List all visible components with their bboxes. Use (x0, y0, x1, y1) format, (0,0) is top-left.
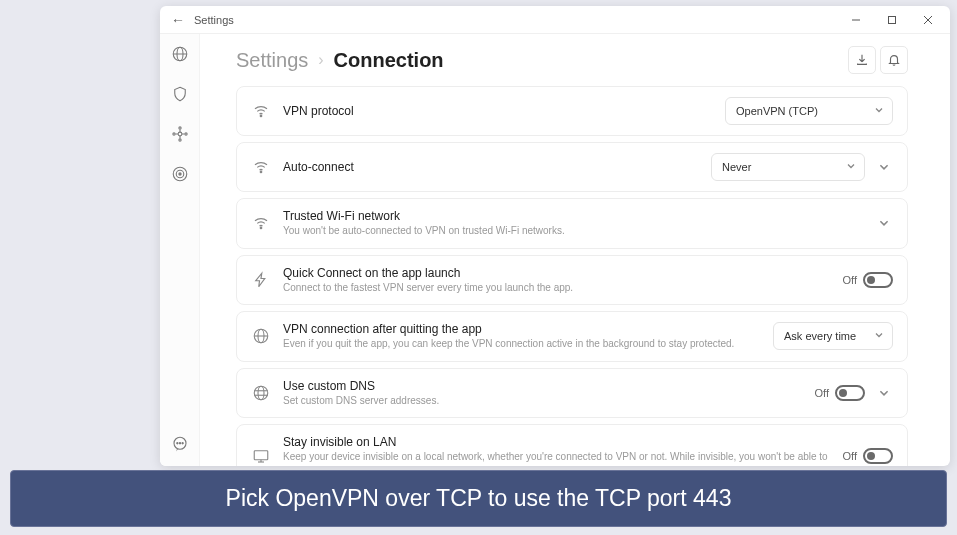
shield-icon[interactable] (168, 82, 192, 106)
svg-point-22 (182, 443, 183, 444)
maximize-button[interactable] (874, 6, 910, 34)
expand-button[interactable] (875, 214, 893, 232)
svg-point-20 (176, 443, 177, 444)
expand-button[interactable] (875, 158, 893, 176)
select-value: Never (722, 161, 751, 173)
main-panel: Settings › Connection VPN protocol (200, 34, 950, 466)
globe-icon[interactable] (168, 42, 192, 66)
breadcrumb-parent[interactable]: Settings (236, 49, 308, 72)
custom-dns-toggle[interactable] (835, 385, 865, 401)
node-icon[interactable] (168, 122, 192, 146)
target-icon[interactable] (168, 162, 192, 186)
after-quit-select[interactable]: Ask every time (773, 322, 893, 350)
card-trusted-wifi: Trusted Wi-Fi network You won't be auto-… (236, 198, 908, 249)
svg-point-23 (260, 115, 262, 117)
monitor-icon (251, 447, 271, 465)
card-description: Keep your device invisible on a local ne… (283, 450, 831, 466)
chevron-down-icon (874, 105, 884, 117)
card-description: Connect to the fastest VPN server every … (283, 281, 831, 295)
svg-point-21 (179, 443, 180, 444)
back-button[interactable]: ← (164, 12, 192, 28)
download-icon[interactable] (848, 46, 876, 74)
svg-point-10 (172, 133, 174, 135)
card-title: Quick Connect on the app launch (283, 266, 831, 280)
card-auto-connect: Auto-connect Never (236, 142, 908, 192)
svg-point-8 (178, 127, 180, 129)
wifi-icon (251, 102, 271, 120)
svg-point-9 (178, 139, 180, 141)
vpn-protocol-select[interactable]: OpenVPN (TCP) (725, 97, 893, 125)
auto-connect-select[interactable]: Never (711, 153, 865, 181)
caption-banner: Pick OpenVPN over TCP to use the TCP por… (10, 470, 947, 527)
svg-rect-33 (254, 451, 268, 460)
card-title: VPN connection after quitting the app (283, 322, 761, 336)
minimize-button[interactable] (838, 6, 874, 34)
stay-invisible-toggle[interactable] (863, 448, 893, 464)
card-title: Use custom DNS (283, 379, 803, 393)
sidebar (160, 34, 200, 466)
select-value: Ask every time (784, 330, 856, 342)
svg-point-25 (260, 227, 262, 229)
card-title: Trusted Wi-Fi network (283, 209, 863, 223)
expand-button[interactable] (875, 384, 893, 402)
breadcrumb: Settings › Connection (236, 49, 444, 72)
quick-connect-toggle[interactable] (863, 272, 893, 288)
globe-grid-icon (251, 384, 271, 402)
card-custom-dns: Use custom DNS Set custom DNS server add… (236, 368, 908, 419)
wifi-icon (251, 214, 271, 232)
card-description: Set custom DNS server addresses. (283, 394, 803, 408)
titlebar: ← Settings (160, 6, 950, 34)
bolt-icon (251, 271, 271, 289)
toggle-label: Off (843, 450, 857, 462)
card-title: VPN protocol (283, 104, 713, 118)
breadcrumb-separator: › (318, 51, 323, 69)
toggle-label: Off (815, 387, 829, 399)
card-after-quit: VPN connection after quitting the app Ev… (236, 311, 908, 362)
svg-point-11 (184, 133, 186, 135)
select-value: OpenVPN (TCP) (736, 105, 818, 117)
chat-icon[interactable] (168, 432, 192, 456)
chevron-down-icon (846, 161, 856, 173)
card-description: You won't be auto-connected to VPN on tr… (283, 224, 863, 238)
chevron-down-icon (874, 330, 884, 342)
card-vpn-protocol: VPN protocol OpenVPN (TCP) (236, 86, 908, 136)
svg-point-29 (254, 386, 268, 400)
app-window: ← Settings Settings › Connection (160, 6, 950, 466)
breadcrumb-current: Connection (334, 49, 444, 72)
svg-rect-1 (889, 16, 896, 23)
bell-icon[interactable] (880, 46, 908, 74)
close-button[interactable] (910, 6, 946, 34)
window-title: Settings (192, 14, 234, 26)
svg-point-7 (178, 132, 182, 136)
card-title: Stay invisible on LAN (283, 435, 831, 449)
svg-point-18 (178, 173, 180, 175)
card-title: Auto-connect (283, 160, 699, 174)
svg-point-30 (258, 386, 264, 400)
toggle-label: Off (843, 274, 857, 286)
svg-point-24 (260, 171, 262, 173)
globe-icon (251, 327, 271, 345)
card-description: Even if you quit the app, you can keep t… (283, 337, 761, 351)
card-quick-connect: Quick Connect on the app launch Connect … (236, 255, 908, 306)
wifi-icon (251, 158, 271, 176)
card-stay-invisible: Stay invisible on LAN Keep your device i… (236, 424, 908, 466)
